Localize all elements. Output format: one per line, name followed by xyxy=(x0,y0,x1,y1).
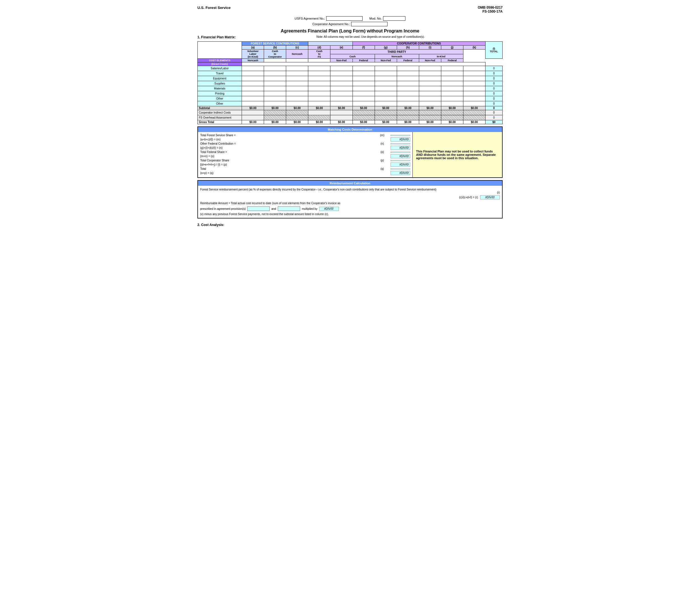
gross-label: Gross Total xyxy=(198,120,242,124)
matching-left: Total Forest Service Share = (m) (a+b+c)… xyxy=(198,132,413,177)
usfs-agreement-row: USFS Agreement No.: Mod. No. xyxy=(295,16,405,21)
col-i-header: (i) xyxy=(419,46,441,49)
table-row: Printing 0 xyxy=(198,91,503,96)
reimb-amount-desc: Reimbursable Amount = Total actual cost … xyxy=(200,202,500,205)
cell[interactable] xyxy=(419,66,441,71)
section1-header: 1. Financial Plan Matrix: Note: All colu… xyxy=(197,35,503,40)
hatched-cell xyxy=(286,110,308,115)
non-fed-f: Non-Fed xyxy=(331,59,353,62)
supplies-total: 0 xyxy=(485,81,503,86)
multiplied-label: multiplied by xyxy=(302,207,318,210)
overhead-row: FS Overhead Assessment 0 xyxy=(198,115,503,120)
non-fed-h: Non-Fed xyxy=(375,59,397,62)
page-header: U.S. Forest Service OMB 0596-0217 FS-150… xyxy=(197,6,503,14)
col-e-header: (e) xyxy=(331,46,353,49)
printing-total: 0 xyxy=(485,91,503,96)
col-o-value xyxy=(391,152,410,153)
reimbursement-description: Forest Service reimbursement percent (as… xyxy=(200,188,500,191)
reimb-input-row: prescribed in agreement provision(s) and… xyxy=(200,206,500,211)
subtotal-row: Subtotal $0.00 $0.00 $0.00 $0.00 $0.00 $… xyxy=(198,106,503,110)
cell[interactable] xyxy=(441,66,463,71)
salaries-total: 0 xyxy=(485,66,503,71)
formula1-value: #DIV/0! xyxy=(480,195,500,200)
matching-row-9: Total (q) xyxy=(200,167,410,170)
cost-elements-label: COST ELEMENTS xyxy=(198,59,242,62)
matching-row-2: (a+b+c)/(l) = (m) #DIV/0! xyxy=(200,137,410,142)
federal-i: Federal xyxy=(397,59,419,62)
gross-total-row: Gross Total $0.00 $0.00 $0.00 $0.00 $0.0… xyxy=(198,120,503,124)
table-row: Other 0 xyxy=(198,101,503,106)
total-federal-label: Total Federal Share = xyxy=(200,150,374,153)
col-h-header: (h) xyxy=(397,46,419,49)
matching-row-7: Total Cooperator Share (p) xyxy=(200,159,410,162)
form-fields: USFS Agreement No.: Mod. No. Cooperator … xyxy=(197,16,503,26)
cell[interactable] xyxy=(308,66,331,71)
table-row: Supplies 0 xyxy=(198,81,503,86)
subtotal-label: Subtotal xyxy=(198,106,242,110)
prescribed-input[interactable] xyxy=(247,206,269,211)
gross-d: $0.00 xyxy=(308,120,331,124)
amount-input[interactable] xyxy=(278,206,300,211)
subtotal-f: $0.00 xyxy=(353,106,375,110)
table-row: Materials 0 xyxy=(198,86,503,91)
formula1-row: (c)/(c+d+f) = (r) #DIV/0! xyxy=(200,195,500,200)
travel-label: Travel xyxy=(198,71,242,76)
salaries-label: Salaries/Labor xyxy=(198,66,242,71)
total-federal-formula: (m+n) = (o) xyxy=(200,155,374,158)
gross-i: $0.00 xyxy=(419,120,441,124)
cell[interactable] xyxy=(331,66,353,71)
noncash-d-label: Noncash xyxy=(286,49,308,59)
total-formula: (o+p) = (q) xyxy=(200,171,374,174)
table-row: Other 0 xyxy=(198,96,503,101)
col-r-label-row: (r) xyxy=(200,191,500,194)
gross-a: $0.00 xyxy=(242,120,264,124)
cell[interactable] xyxy=(264,66,286,71)
matching-row-10: (o+p) = (q) #DIV/0! xyxy=(200,171,410,175)
omb-number: OMB 0596-0217 xyxy=(478,6,503,9)
doc-title: Agreements Financial Plan (Long Form) wi… xyxy=(197,28,503,34)
printing-label: Printing xyxy=(198,91,242,96)
matching-section: Matching Costs Determination Total Fores… xyxy=(197,126,503,178)
travel-total: 0 xyxy=(485,71,503,76)
col-d-header: (d) xyxy=(308,46,331,49)
gross-j: $0.00 xyxy=(441,120,463,124)
fs-formula-label: (a+b+c)/(l) = (m) xyxy=(200,138,374,141)
financial-plan-table: FOREST SERVICE CONTRIBUTIONS COOPERATOR … xyxy=(197,41,503,124)
indirect-label: Cooperator Indirect Costs xyxy=(198,110,242,115)
matching-row-3: Other Federal Contribution = (n) xyxy=(200,142,410,145)
total-label: Total xyxy=(200,167,374,170)
usfs-agreement-label: USFS Agreement No.: xyxy=(295,17,325,20)
forest-contributions-header: FOREST SERVICE CONTRIBUTIONS xyxy=(242,42,308,46)
cooperator-formula: [(d+e+f+h+j) / (l) = (p) xyxy=(200,163,374,166)
gross-g: $0.00 xyxy=(375,120,397,124)
col-q-label: (q) xyxy=(374,167,391,170)
gross-e: $0.00 xyxy=(331,120,353,124)
federal-g: Federal xyxy=(353,59,375,62)
mod-no-input[interactable] xyxy=(383,16,405,21)
cell[interactable] xyxy=(397,66,419,71)
cooperator-agreement-row: Cooperator Agreement No.: xyxy=(313,22,388,26)
col-m-label: (m) xyxy=(374,134,391,137)
cell[interactable] xyxy=(242,66,264,71)
usfs-agreement-input[interactable] xyxy=(326,16,363,21)
matching-content: Total Forest Service Share = (m) (a+b+c)… xyxy=(198,132,502,177)
cooperator-value: #DIV/0! xyxy=(391,163,410,167)
cell[interactable] xyxy=(286,66,308,71)
other-federal-value: #DIV/0! xyxy=(391,146,410,150)
prescribed-label: prescribed in agreement provision(s) xyxy=(200,207,245,210)
col-m-value xyxy=(391,135,410,136)
multiplied-value: #DIV/0! xyxy=(319,207,339,211)
cell[interactable] xyxy=(353,66,375,71)
col-p-label: (p) xyxy=(374,159,391,162)
col-b-header: (b) xyxy=(264,46,286,49)
cell[interactable] xyxy=(375,66,397,71)
cell[interactable] xyxy=(463,66,485,71)
table-row: Travel 0 xyxy=(198,71,503,76)
other-federal-label: Other Federal Contribution = xyxy=(200,142,374,145)
reimbursement-title: Reimbursement Calculation xyxy=(198,181,502,186)
subtotal-a: $0.00 xyxy=(242,106,264,110)
cooperator-agreement-input[interactable] xyxy=(351,22,387,26)
inkind-group-header: In-Kind xyxy=(419,54,463,59)
matching-title: Matching Costs Determination xyxy=(198,127,502,132)
matching-row-8: [(d+e+f+h+j) / (l) = (p) #DIV/0! xyxy=(200,163,410,167)
